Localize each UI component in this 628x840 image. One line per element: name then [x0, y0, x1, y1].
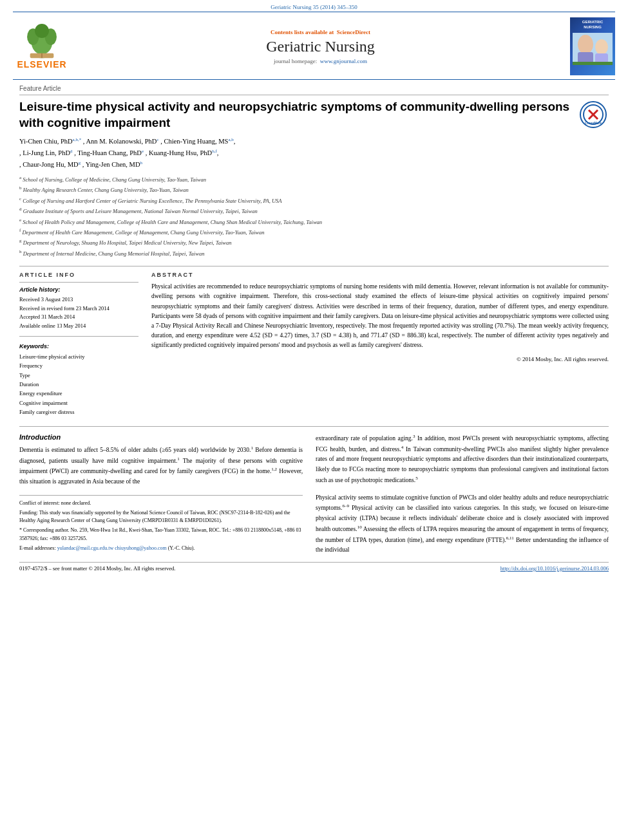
received-date: Received 3 August 2013 [19, 295, 138, 304]
crossmark-svg: CrossMark [582, 104, 604, 126]
journal-banner: ELSEVIER Contents lists available at Sci… [0, 12, 628, 79]
crossmark-icon[interactable]: CrossMark [580, 101, 607, 128]
author4-name: , Li-Jung Lin, PhD [19, 149, 70, 156]
keyword-item: Frequency [19, 361, 138, 370]
corresponding-text: * Corresponding author. No. 259, Wen-Hwa… [19, 527, 301, 541]
author2-sup: c [157, 137, 158, 142]
cover-title: GERIATRIC NURSING [582, 20, 604, 30]
corresponding-note: * Corresponding author. No. 259, Wen-Hwa… [19, 527, 303, 543]
affiliation-item: d Graduate Institute of Sports and Leisu… [19, 206, 609, 216]
author5-name: , Ting-Huan Chang, PhD [74, 149, 142, 156]
authors-line: Yi-Chen Chiu, PhDa,b,* , Ann M. Kolanows… [19, 136, 609, 171]
cover-image [573, 33, 613, 65]
body-right-col: extraordinary rate of population aging.3… [316, 433, 609, 555]
doi-link[interactable]: http://dx.doi.org/10.1016/j.gerinurse.20… [500, 565, 609, 572]
abstract-text: Physical activities are recommended to r… [151, 282, 609, 350]
intro-paragraph: Dementia is estimated to affect 5–8.5% o… [19, 445, 303, 487]
citation-text: Geriatric Nursing 35 (2014) 345–350 [271, 4, 357, 10]
author6-name: , Kuang-Hung Hsu, PhD [146, 149, 213, 156]
right-paragraph2: Physical activity seems to stimulate cog… [316, 493, 609, 556]
affiliation-item: a School of Nursing, College of Medicine… [19, 174, 609, 184]
body-left-col: Introduction Dementia is estimated to af… [19, 433, 303, 555]
revised-date: Received in revised form 23 March 2014 [19, 304, 138, 313]
journal-homepage: journal homepage: www.gnjournal.com [71, 58, 570, 64]
feature-article-label: Feature Article [19, 80, 609, 95]
email-note-text: (Y.-C. Chiu). [168, 545, 195, 551]
article-content: Feature Article Leisure-time physical ac… [0, 80, 628, 572]
author7-name: , Chaur-Jong Hu, MD [19, 161, 79, 168]
keyword-item: Duration [19, 380, 138, 389]
elsevier-logo: ELSEVIER [13, 24, 71, 70]
science-direct-line: Contents lists available at ScienceDirec… [71, 29, 570, 35]
author1-sup: a,b,* [73, 137, 82, 142]
keyword-item: Energy expenditure [19, 389, 138, 398]
abstract-col: ABSTRACT Physical activities are recomme… [151, 272, 609, 416]
page-footer: 0197-4572/$ – see front matter © 2014 Mo… [19, 562, 609, 572]
author8-name: , Ying-Jen Chen, MD [82, 161, 140, 168]
keyword-item: Cognitive impairment [19, 398, 138, 407]
author3-sup: a,b [228, 137, 233, 142]
history-label: Article history: [19, 286, 138, 293]
affiliation-item: f Department of Health Care Management, … [19, 227, 609, 237]
journal-title: Geriatric Nursing [71, 38, 570, 55]
affiliation-item: h Department of Internal Medicine, Chang… [19, 248, 609, 258]
intro-heading: Introduction [19, 433, 303, 441]
svg-point-4 [35, 24, 49, 38]
elsevier-tree-icon [19, 24, 64, 59]
author1-name: Yi-Chen Chiu, PhD [19, 138, 73, 145]
author5-sup: e [142, 149, 144, 154]
svg-point-8 [578, 35, 593, 54]
article-info-col: ARTICLE INFO Article history: Received 3… [19, 272, 138, 416]
funding-note: Funding: This study was financially supp… [19, 509, 303, 526]
author8-sup: h [140, 160, 143, 165]
keyword-item: Family caregiver distress [19, 407, 138, 416]
affiliation-item: g Department of Neurology, Shuang Ho Hos… [19, 238, 609, 247]
article-info-abstract: ARTICLE INFO Article history: Received 3… [19, 266, 609, 416]
keyword-item: Leisure-time physical activity [19, 352, 138, 361]
copyright: © 2014 Mosby, Inc. All rights reserved. [151, 356, 609, 362]
conflict-note: Conflict of interest: none declared. [19, 499, 303, 508]
body-two-col: Introduction Dementia is estimated to af… [19, 433, 609, 555]
homepage-url[interactable]: www.gnjournal.com [320, 58, 367, 64]
author3-name: , Chien-Ying Huang, MS [160, 138, 228, 145]
abstract-label: ABSTRACT [151, 272, 609, 278]
author2-name: , Ann M. Kolanowski, PhD [83, 138, 157, 145]
svg-rect-12 [573, 62, 613, 65]
cover-title-line1: GERIATRIC [582, 20, 604, 24]
keywords-divider [19, 336, 138, 337]
science-direct-link[interactable]: ScienceDirect [337, 29, 370, 35]
funding-text: Funding: This study was financially supp… [19, 510, 290, 524]
keywords-section: Keywords: Leisure-time physical activity… [19, 343, 138, 417]
affiliation-item: b Healthy Aging Research Center, Chang G… [19, 185, 609, 194]
keywords-label: Keywords: [19, 343, 138, 350]
affiliations: a School of Nursing, College of Medicine… [19, 174, 609, 258]
email-label: E-mail addresses: [19, 545, 56, 551]
email-note: E-mail addresses: yulandac@mail.cgu.edu.… [19, 545, 303, 553]
available-date: Available online 13 May 2014 [19, 322, 138, 331]
article-info-label: ARTICLE INFO [19, 272, 138, 278]
journal-citation: Geriatric Nursing 35 (2014) 345–350 [0, 0, 628, 12]
crossmark-badge[interactable]: CrossMark [578, 99, 609, 130]
article-title: Leisure-time physical activity and neuro… [19, 99, 609, 131]
elsevier-wordmark: ELSEVIER [17, 59, 66, 70]
affiliation-item: c College of Nursing and Hartford Center… [19, 196, 609, 205]
page: Geriatric Nursing 35 (2014) 345–350 ELSE… [0, 0, 628, 840]
svg-text:CrossMark: CrossMark [585, 121, 602, 125]
footnote-area: Conflict of interest: none declared. Fun… [19, 495, 303, 553]
email2[interactable]: chiuyuhong@yahoo.com [115, 545, 166, 551]
right-paragraph1: extraordinary rate of population aging.3… [316, 433, 609, 486]
homepage-label: journal homepage: [274, 58, 317, 64]
author4-sup: d [70, 149, 73, 154]
affiliation-item: e School of Health Policy and Management… [19, 217, 609, 227]
article-title-text: Leisure-time physical activity and neuro… [19, 100, 569, 129]
science-direct-text: Contents lists available at [271, 29, 334, 35]
author6-sup: b,f [212, 149, 217, 154]
journal-center: Contents lists available at ScienceDirec… [71, 29, 570, 64]
accepted-date: Accepted 31 March 2014 [19, 313, 138, 322]
keyword-item: Type [19, 371, 138, 380]
email1[interactable]: yulandac@mail.cgu.edu.tw [57, 545, 114, 551]
journal-cover: GERIATRIC NURSING [570, 17, 615, 75]
issn-text: 0197-4572/$ – see front matter © 2014 Mo… [19, 565, 175, 572]
article-history: Article history: Received 3 August 2013 … [19, 286, 138, 330]
body-section: Introduction Dementia is estimated to af… [19, 426, 609, 555]
